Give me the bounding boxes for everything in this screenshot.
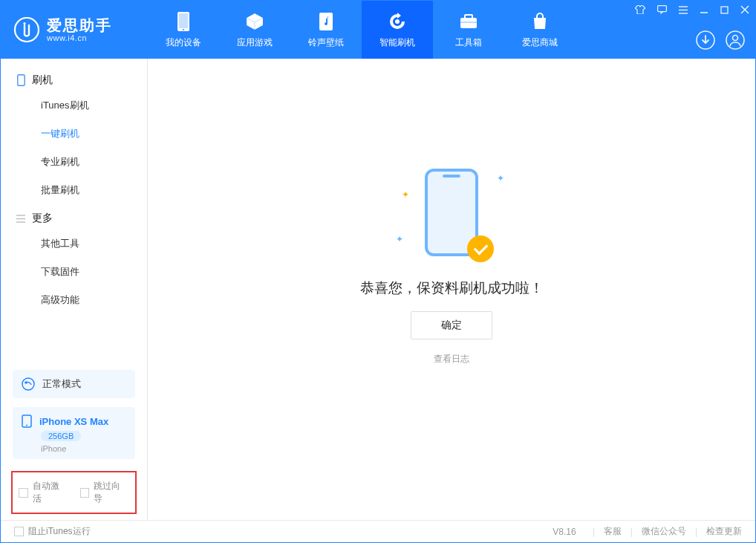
sidebar: 刷机 iTunes刷机 一键刷机 专业刷机 批量刷机 更多 其他工具 下载固件 … (1, 59, 148, 520)
mode-label: 正常模式 (42, 377, 81, 391)
checkbox-label: 跳过向导 (94, 480, 129, 505)
svg-point-4 (183, 29, 184, 30)
svg-rect-15 (721, 7, 728, 13)
nav-tab-apps[interactable]: 应用游戏 (219, 1, 290, 59)
nav-tabs: 我的设备 应用游戏 铃声壁纸 智能刷机 (148, 1, 576, 59)
body: 刷机 iTunes刷机 一键刷机 专业刷机 批量刷机 更多 其他工具 下载固件 … (1, 59, 755, 520)
sparkle-icon: ✦ (396, 234, 403, 244)
checkbox-box-icon (19, 488, 28, 498)
nav-tab-toolbox[interactable]: 工具箱 (433, 1, 504, 59)
svg-point-1 (23, 22, 25, 25)
nav-label: 铃声壁纸 (308, 36, 344, 49)
list-small-icon (16, 215, 26, 223)
logo-area: 爱思助手 www.i4.cn (1, 1, 148, 59)
svg-rect-8 (465, 15, 472, 19)
view-log-link[interactable]: 查看日志 (434, 353, 469, 365)
checkbox-skip-guide[interactable]: 跳过向导 (80, 480, 130, 505)
checkbox-label: 阻止iTunes运行 (28, 525, 91, 538)
device-icon (176, 11, 191, 32)
app-url: www.i4.cn (47, 33, 112, 42)
app-logo-icon (14, 17, 39, 42)
device-subtype: iPhone (41, 444, 66, 453)
ok-button[interactable]: 确定 (411, 311, 492, 339)
app-title: 爱思助手 (47, 17, 112, 33)
sparkle-icon: ✦ (402, 189, 409, 200)
footer-link-support[interactable]: 客服 (604, 525, 622, 538)
svg-rect-9 (460, 22, 477, 23)
nav-label: 我的设备 (166, 36, 201, 49)
checkbox-box-icon (14, 527, 24, 536)
sparkle-icon: ✦ (497, 173, 504, 183)
nav-tab-ringtones[interactable]: 铃声壁纸 (290, 1, 362, 59)
svg-point-28 (26, 425, 27, 426)
nav-tab-device[interactable]: 我的设备 (148, 1, 219, 59)
nav-label: 爱思商城 (522, 36, 558, 49)
footer-link-update[interactable]: 检查更新 (706, 525, 742, 538)
menu-icon[interactable] (677, 4, 689, 16)
cube-icon (245, 11, 264, 32)
success-illustration: ✦ ✦ ✦ (396, 169, 507, 265)
user-icon[interactable] (726, 30, 745, 50)
svg-point-0 (15, 18, 39, 42)
device-small-icon (22, 414, 32, 428)
device-name: iPhone XS Max (39, 416, 108, 427)
device-capacity: 256GB (41, 431, 81, 441)
success-text: 恭喜您，保资料刷机成功啦！ (360, 279, 544, 298)
svg-rect-10 (658, 6, 667, 12)
logo-text: 爱思助手 www.i4.cn (47, 17, 112, 42)
sidebar-scroll: 刷机 iTunes刷机 一键刷机 专业刷机 批量刷机 更多 其他工具 下载固件 … (1, 59, 147, 365)
feedback-icon[interactable] (656, 4, 668, 16)
checkbox-auto-activate[interactable]: 自动激活 (19, 480, 68, 505)
svg-rect-3 (179, 13, 188, 28)
footer-link-wechat[interactable]: 微信公众号 (642, 525, 686, 538)
app-window: 爱思助手 www.i4.cn 我的设备 应用游戏 铃声壁 (0, 0, 756, 543)
options-highlight-box: 自动激活 跳过向导 (11, 471, 137, 514)
svg-point-6 (395, 19, 400, 24)
sidebar-section-more: 更多 (1, 204, 147, 230)
nav-label: 智能刷机 (379, 36, 415, 49)
device-box[interactable]: iPhone XS Max 256GB iPhone (13, 407, 135, 459)
maximize-icon[interactable] (719, 4, 730, 16)
main-content: ✦ ✦ ✦ 恭喜您，保资料刷机成功啦！ 确定 查看日志 (148, 59, 755, 520)
shirt-icon[interactable] (633, 4, 647, 16)
sidebar-item-batch-flash[interactable]: 批量刷机 (1, 176, 147, 204)
sidebar-item-other-tools[interactable]: 其他工具 (1, 230, 147, 258)
nav-tab-flash[interactable]: 智能刷机 (362, 1, 433, 59)
download-icon[interactable] (696, 30, 715, 50)
svg-point-20 (733, 36, 738, 41)
footer: 阻止iTunes运行 V8.16 | 客服 | 微信公众号 | 检查更新 (1, 520, 755, 542)
close-icon[interactable] (739, 4, 751, 16)
device-row: iPhone XS Max (22, 414, 108, 428)
sidebar-item-itunes-flash[interactable]: iTunes刷机 (1, 91, 147, 120)
mode-icon (22, 377, 35, 391)
toolbox-icon (459, 11, 478, 32)
window-controls (633, 4, 751, 16)
phone-small-icon (16, 74, 26, 86)
section-title-label: 更多 (32, 212, 53, 225)
svg-rect-21 (17, 75, 24, 85)
header-right-icons (696, 30, 745, 50)
sidebar-section-flash: 刷机 (1, 66, 147, 91)
sidebar-item-oneclick-flash[interactable]: 一键刷机 (1, 120, 147, 148)
refresh-icon (388, 11, 407, 32)
section-title-label: 刷机 (32, 74, 53, 87)
music-icon (317, 11, 335, 32)
svg-point-25 (22, 378, 34, 390)
minimize-icon[interactable] (698, 4, 710, 16)
sidebar-item-advanced[interactable]: 高级功能 (1, 286, 147, 314)
bag-icon (531, 11, 549, 32)
mode-box[interactable]: 正常模式 (13, 370, 135, 398)
version-label: V8.16 (553, 527, 576, 537)
checkbox-label: 自动激活 (33, 480, 68, 505)
checkbox-box-icon (80, 488, 90, 498)
sidebar-item-pro-flash[interactable]: 专业刷机 (1, 148, 147, 176)
nav-tab-store[interactable]: 爱思商城 (504, 1, 576, 59)
checkbox-block-itunes[interactable]: 阻止iTunes运行 (14, 525, 91, 538)
nav-label: 应用游戏 (237, 36, 273, 49)
sidebar-item-download-firmware[interactable]: 下载固件 (1, 258, 147, 286)
check-badge-icon (467, 235, 494, 262)
footer-right: V8.16 | 客服 | 微信公众号 | 检查更新 (553, 525, 742, 538)
header: 爱思助手 www.i4.cn 我的设备 应用游戏 铃声壁 (1, 1, 755, 59)
nav-label: 工具箱 (455, 36, 482, 49)
